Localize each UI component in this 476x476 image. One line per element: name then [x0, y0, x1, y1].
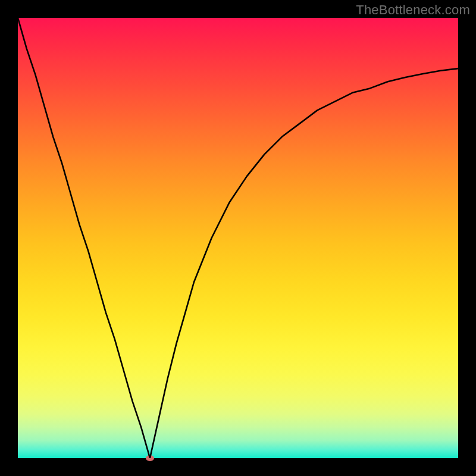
chart-frame: TheBottleneck.com [0, 0, 476, 476]
watermark-text: TheBottleneck.com [356, 2, 470, 18]
bottleneck-curve [18, 18, 458, 458]
curve-svg [18, 18, 458, 458]
plot-area [18, 18, 458, 458]
